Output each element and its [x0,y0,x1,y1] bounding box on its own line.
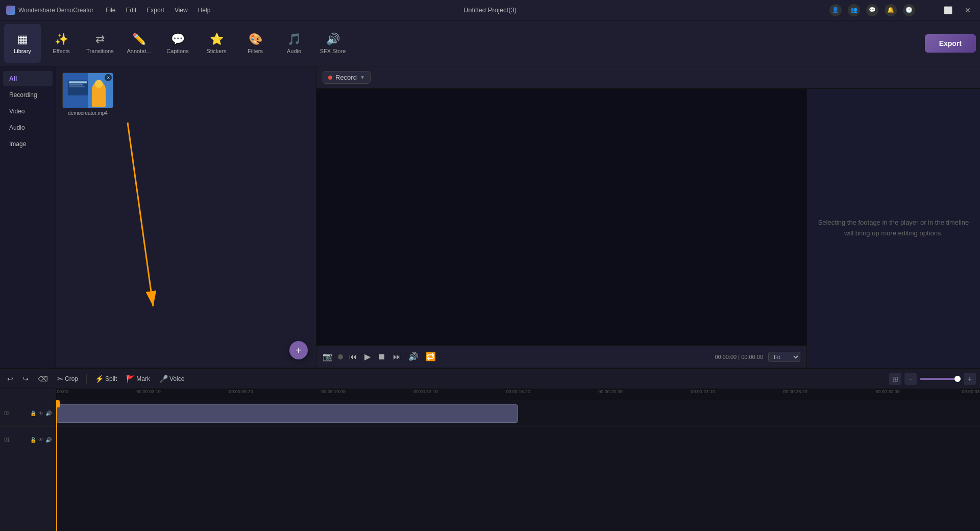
effects-icon: ✨ [55,33,68,46]
crop-button[interactable]: ✂ Crop [54,374,81,384]
playhead-head [56,400,63,407]
crop-icon: ✂ [57,375,63,383]
stickers-icon: ⭐ [210,33,224,46]
redo-icon: ↪ [22,375,29,383]
ruler-mark-1: 00:00:03:10 [136,389,161,394]
record-button[interactable]: Record ▼ [323,71,371,84]
add-media-button[interactable]: + [289,341,308,359]
toolbar-filters[interactable]: 🎨 Filters [237,24,274,63]
split-button[interactable]: ⚡ Split [92,374,120,384]
toolbar-sfx[interactable]: 🔊 SFX Store [314,24,351,63]
ruler-mark-9: 00:00:30:00 [875,389,900,394]
toolbar-stickers[interactable]: ⭐ Stickers [198,24,235,63]
account-icon[interactable]: 👤 [829,4,842,16]
svg-rect-8 [92,93,106,107]
track-01-lock-icon[interactable]: 🔓 [30,437,36,443]
track-01-audio-icon[interactable]: 🔊 [45,437,52,443]
track-01-visibility-icon[interactable]: 👁 [38,437,43,443]
ripple-delete-button[interactable]: ⌫ [35,374,51,384]
toolbar-audio[interactable]: 🎵 Audio [276,24,312,63]
main-toolbar: ▦ Library ✨ Effects ⇄ Transitions ✏️ Ann… [0,20,980,66]
properties-panel: Selecting the footage in the player or i… [806,89,980,368]
menu-file[interactable]: File [102,6,119,15]
track-02-audio-icon[interactable]: 🔊 [45,411,52,416]
media-thumbnail: ✕ [62,73,113,108]
track-02-lock-icon[interactable]: 🔒 [30,411,36,416]
library-icon: ▦ [17,33,28,46]
undo-icon: ↩ [7,375,13,383]
sidebar-item-recording[interactable]: Recording [3,87,53,103]
progress-indicator [338,354,343,359]
toolbar-library[interactable]: ▦ Library [4,24,41,63]
message-icon[interactable]: 💬 [866,4,878,16]
track-02-visibility-icon[interactable]: 👁 [38,411,43,416]
toolbar-captions[interactable]: 💬 Captions [159,24,196,63]
mark-label: Mark [136,375,150,382]
split-label: Split [105,375,117,382]
redo-button[interactable]: ↪ [19,374,32,384]
crop-label: Crop [65,375,78,382]
track-02-clip[interactable] [56,404,518,423]
track-02-number: 02 [4,411,12,416]
captions-icon: 💬 [171,33,185,46]
volume-icon[interactable]: 🔊 [407,351,420,363]
track-02-controls: 🔒 👁 🔊 [30,411,52,416]
svg-rect-4 [69,84,83,85]
menu-edit[interactable]: Edit [122,6,141,15]
audio-icon: 🎵 [287,33,301,46]
play-button[interactable]: ▶ [363,351,372,363]
ruler-mark-10: 00:00:33 [962,389,979,394]
media-item-democreator[interactable]: ✕ democreator.mp4 [62,73,113,116]
zoom-fit-button[interactable]: ⊞ [889,373,901,385]
zoom-out-button[interactable]: − [904,373,917,385]
prev-frame-button[interactable]: ⏮ [348,351,358,363]
toolbar-annotations[interactable]: ✏️ Annotat... [120,24,157,63]
properties-hint-text: Selecting the footage in the player or i… [817,218,970,239]
fit-selector[interactable]: Fit 25% 50% 75% 100% [768,352,800,362]
sidebar-item-image[interactable]: Image [3,136,53,152]
close-button[interactable]: ✕ [962,5,974,15]
zoom-in-button[interactable]: + [964,373,976,385]
ruler-mark-0: 00:00:00:00 [56,389,68,394]
user-icon[interactable]: 👥 [848,4,860,16]
track-01-number: 01 [4,437,12,443]
track-01-row [56,427,980,453]
bell-icon[interactable]: 🔔 [885,4,897,16]
toolbar-effects[interactable]: ✨ Effects [43,24,80,63]
voice-button[interactable]: 🎤 Voice [156,374,187,384]
svg-rect-5 [69,86,85,87]
minimize-button[interactable]: — [921,5,935,15]
sidebar-item-all[interactable]: All [3,71,53,86]
zoom-thumb[interactable] [954,376,961,382]
media-close-button[interactable]: ✕ [105,74,112,81]
sidebar-item-video[interactable]: Video [3,104,53,119]
timeline-scroll-area: 00:00:00:00 00:00:03:10 00:00:06:20 00:0… [56,389,980,531]
toolbar-transitions[interactable]: ⇄ Transitions [82,24,118,63]
titlebar-left: Wondershare DemoCreator File Edit Export… [6,6,214,15]
project-title: Untitled Project(3) [463,6,517,14]
menu-help[interactable]: Help [194,6,215,15]
sidebar-item-audio[interactable]: Audio [3,120,53,135]
left-panel: All Recording Video Audio Image [0,66,316,368]
sidebar: All Recording Video Audio Image [0,66,56,368]
menu-view[interactable]: View [170,6,192,15]
sfx-icon: 🔊 [326,33,340,46]
menu-export[interactable]: Export [142,6,168,15]
stop-button[interactable]: ⏹ [377,351,387,363]
loop-icon[interactable]: 🔁 [425,351,437,363]
clock-icon[interactable]: 🕐 [903,4,915,16]
undo-button[interactable]: ↩ [4,374,16,384]
mark-button[interactable]: 🚩 Mark [123,374,153,384]
zoom-slider[interactable] [920,378,961,380]
maximize-button[interactable]: ⬜ [941,5,955,15]
app-logo: Wondershare DemoCreator [6,6,93,15]
export-button[interactable]: Export [925,34,976,53]
voice-label: Voice [169,375,184,382]
toolbar-library-label: Library [14,48,31,54]
ruler-mark-7: 00:00:23:10 [691,389,715,394]
screenshot-icon[interactable]: 📷 [323,352,333,361]
track-02-row [56,400,980,427]
track-01-controls: 🔓 👁 🔊 [30,437,52,443]
preview-section: Record ▼ 📷 ⏮ ▶ ⏹ ⏭ 🔊 🔁 00:00: [316,66,980,368]
next-frame-button[interactable]: ⏭ [392,351,402,363]
